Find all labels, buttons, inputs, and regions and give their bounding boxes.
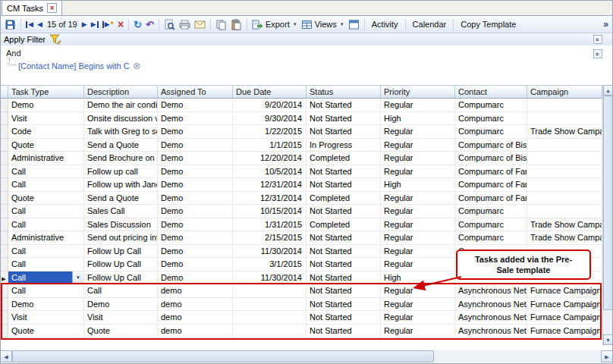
cell-campaign[interactable]: Furnace Campaign [527, 325, 602, 338]
cell-status[interactable]: Not Started [306, 125, 381, 139]
cell-description[interactable]: Send a Quote [84, 192, 158, 206]
row-indicator-cell[interactable] [0, 178, 8, 192]
cell-task-type[interactable]: Demo [8, 298, 84, 312]
row-indicator-cell[interactable] [0, 325, 8, 338]
cell-assigned-to[interactable]: Demo [158, 245, 233, 259]
column-header-status[interactable]: Status [306, 85, 381, 99]
horizontal-scrollbar[interactable]: ◀ ▶ [0, 350, 613, 362]
row-indicator-cell[interactable] [0, 99, 8, 112]
cell-task-type[interactable]: Call [8, 245, 84, 259]
email-button[interactable] [193, 17, 207, 32]
row-indicator-cell[interactable] [0, 139, 8, 152]
column-header-task-type[interactable]: Task Type [8, 85, 84, 99]
cell-task-type[interactable]: Visit [8, 112, 84, 126]
scroll-up-button[interactable]: ▲ [603, 85, 613, 96]
cell-task-type[interactable]: Quote [8, 325, 84, 338]
cell-contact[interactable]: Compumarc of Fargo [455, 192, 527, 206]
cell-campaign[interactable] [527, 139, 602, 152]
nav-previous-button[interactable]: ◀ [36, 17, 44, 32]
cell-assigned-to[interactable]: Demo [158, 205, 233, 218]
cell-due-date[interactable]: 10/5/2014 [233, 165, 306, 179]
cell-campaign[interactable] [527, 152, 602, 165]
cell-campaign[interactable] [527, 112, 602, 126]
column-header-description[interactable]: Description [84, 85, 158, 99]
cell-description[interactable]: Demo [84, 298, 158, 312]
nav-last-button[interactable]: ▶ [90, 17, 100, 32]
cell-task-type[interactable]: Administrative [8, 152, 84, 165]
cell-status[interactable]: Not Started [306, 112, 381, 126]
cell-priority[interactable]: Regular [381, 231, 455, 245]
toolbar-overflow-button[interactable]: » [602, 17, 610, 32]
horizontal-scroll-track[interactable] [434, 350, 601, 362]
cell-status[interactable]: Not Started [306, 258, 381, 271]
paste-button[interactable] [229, 17, 244, 32]
cell-priority[interactable]: High [381, 112, 455, 126]
cell-campaign[interactable]: Trade Show Campaign [527, 125, 602, 139]
vertical-scroll-track[interactable] [603, 310, 613, 334]
cell-due-date[interactable]: 1/1/2015 [233, 139, 306, 152]
cell-assigned-to[interactable]: Demo [158, 218, 233, 232]
row-indicator-cell[interactable] [0, 112, 8, 126]
cell-priority[interactable]: Regular [381, 125, 455, 139]
cell-due-date[interactable] [233, 298, 306, 312]
row-indicator-cell[interactable] [0, 258, 8, 271]
cell-priority[interactable]: Regular [381, 139, 455, 152]
cell-status[interactable]: Not Started [306, 245, 381, 259]
combo-dropdown-button[interactable]: ▼ [72, 271, 83, 284]
cell-contact[interactable]: Asynchronous Netw... [455, 311, 527, 325]
print-preview-button[interactable] [162, 17, 177, 32]
filter-funnel-icon[interactable] [49, 34, 61, 45]
cell-status[interactable]: Not Started [306, 298, 381, 312]
cell-priority[interactable]: Regular [381, 284, 455, 298]
row-indicator-cell[interactable] [0, 152, 8, 165]
cell-task-type[interactable]: Call [8, 165, 84, 179]
scroll-down-button[interactable]: ▼ [603, 334, 613, 345]
cell-contact[interactable]: Asynchronous Netw... [455, 325, 527, 338]
cell-description[interactable]: Onsite discussion visit [84, 112, 158, 126]
nav-next-button[interactable]: ▶ [80, 17, 89, 32]
copy-button[interactable] [214, 17, 228, 32]
cell-campaign[interactable]: Trade Show Campaign [527, 218, 602, 232]
cell-due-date[interactable]: 10/15/2014 [233, 205, 306, 218]
refresh-button[interactable]: ↻ [132, 17, 143, 32]
cell-description[interactable]: Send Brochure on u... [84, 152, 158, 165]
row-indicator-cell[interactable] [0, 284, 8, 298]
cell-assigned-to[interactable]: demo [158, 284, 233, 298]
cell-due-date[interactable]: 9/20/2014 [233, 99, 306, 112]
activity-button[interactable]: Activity [368, 17, 402, 32]
cell-campaign[interactable]: Trade Show Campaign [527, 231, 602, 245]
row-indicator-cell[interactable] [0, 245, 8, 259]
cell-task-type[interactable]: Code [8, 125, 84, 139]
cell-status[interactable]: In Progress [306, 139, 381, 152]
undo-button[interactable]: ↶ [144, 17, 156, 32]
cell-contact[interactable]: Compumarc [455, 112, 527, 126]
cell-status[interactable]: Not Started [306, 178, 381, 192]
cell-campaign[interactable]: Furnace Campaign [527, 311, 602, 325]
cell-due-date[interactable] [233, 284, 306, 298]
print-button[interactable] [178, 17, 192, 32]
layout-button[interactable] [347, 17, 361, 32]
export-button[interactable]: Export ▼ [250, 17, 299, 32]
cell-description[interactable]: Send out pricing info... [84, 231, 158, 245]
cell-assigned-to[interactable]: Demo [158, 258, 233, 271]
cell-due-date[interactable]: 9/30/2014 [233, 112, 306, 126]
cell-priority[interactable]: High [381, 271, 455, 285]
cell-status[interactable]: Not Started [306, 165, 381, 179]
cell-description[interactable]: Call [84, 284, 158, 298]
cell-description[interactable]: Follow Up Call [84, 271, 158, 285]
cell-description[interactable]: Follow Up Call [84, 245, 158, 259]
cell-campaign[interactable]: Furnace Campaign [527, 298, 602, 312]
criteria-collapse-button[interactable]: » [593, 49, 602, 58]
cell-due-date[interactable]: 11/30/2014 [233, 245, 306, 259]
views-button[interactable]: Views ▼ [300, 17, 346, 32]
cell-contact[interactable]: Compumarc [455, 125, 527, 139]
column-header-due-date[interactable]: Due Date [233, 85, 306, 99]
cell-task-type[interactable]: Visit [8, 311, 84, 325]
cell-task-type[interactable]: Demo [8, 99, 84, 112]
cell-status[interactable]: Not Started [306, 231, 381, 245]
cell-assigned-to[interactable]: Demo [158, 125, 233, 139]
cell-description[interactable]: Send a Quote [84, 139, 158, 152]
row-indicator-cell[interactable] [0, 165, 8, 179]
cell-assigned-to[interactable]: Demo [158, 231, 233, 245]
cell-priority[interactable]: Regular [381, 325, 455, 338]
